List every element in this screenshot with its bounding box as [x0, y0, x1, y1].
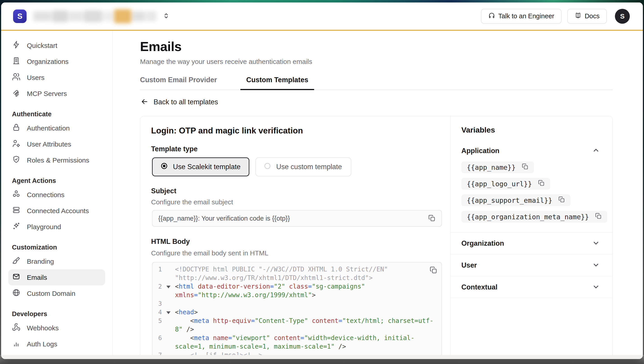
- app-window: S Talk to an Engineer Docs S QuickstartO…: [1, 3, 643, 359]
- fold-toggle-icon[interactable]: [162, 308, 175, 317]
- docs-button[interactable]: Docs: [567, 9, 607, 24]
- avatar-letter: S: [620, 13, 624, 20]
- code-line: 3: [154, 299, 442, 308]
- line-number: 3: [154, 299, 162, 308]
- template-editor-card: Login: OTP and magic link verification T…: [140, 116, 613, 359]
- variable-chip[interactable]: {{app_name}}: [461, 161, 534, 173]
- fold-toggle-icon[interactable]: [162, 282, 175, 291]
- copy-icon[interactable]: [538, 179, 545, 188]
- code-line: 8" />: [154, 325, 442, 334]
- globe-icon: [12, 288, 20, 298]
- code-line: 4<head>: [154, 308, 442, 317]
- sidebar-item-connected-accounts[interactable]: Connected Accounts: [8, 203, 105, 219]
- code-text: <html data-editor-version="2" class="sg-…: [175, 282, 365, 291]
- subject-value: {{app_name}}: Your verification code is …: [158, 215, 290, 222]
- line-number: 2: [154, 282, 162, 291]
- code-line: scale=1, minimum-scale=1, maximum-scale=…: [154, 342, 442, 351]
- user-avatar[interactable]: S: [615, 9, 630, 24]
- sidebar-section-developers: Developers: [8, 307, 105, 320]
- sidebar-item-branding[interactable]: Branding: [8, 253, 105, 269]
- sparkles-icon: [12, 222, 20, 232]
- tab-bar: Custom Email ProviderCustom Templates: [140, 76, 314, 90]
- copy-subject-button[interactable]: [428, 214, 436, 223]
- workspace-name-redacted[interactable]: [33, 9, 156, 23]
- bars-icon: [12, 339, 20, 349]
- variable-chip[interactable]: {{app_organization_meta_name}}: [461, 211, 607, 223]
- copy-icon[interactable]: [558, 196, 565, 205]
- html-body-code-editor[interactable]: 1<!DOCTYPE html PUBLIC "-//W3C//DTD XHTM…: [152, 262, 442, 359]
- sidebar-item-label: Roles & Permissions: [27, 156, 89, 164]
- copy-icon[interactable]: [522, 163, 528, 172]
- tab-custom-templates[interactable]: Custom Templates: [240, 76, 314, 90]
- sidebar-item-emails[interactable]: Emails: [8, 269, 105, 285]
- shield-check-icon: [12, 155, 20, 165]
- variables-group-application-label: Application: [461, 147, 500, 155]
- use-custom-template-option[interactable]: Use custom template: [256, 157, 351, 176]
- sidebar-item-label: Webhooks: [27, 324, 59, 332]
- subject-input[interactable]: {{app_name}}: Your verification code is …: [152, 210, 442, 227]
- code-text: "http://www.w3.org/TR/xhtml1/DTD/xhtml1-…: [175, 274, 373, 282]
- variable-chip-label: {{app_organization_meta_name}}: [467, 213, 589, 221]
- sidebar-item-label: MCP Servers: [27, 90, 67, 98]
- book-open-icon: [574, 12, 582, 21]
- sidebar-item-custom-domain[interactable]: Custom Domain: [8, 285, 105, 301]
- variables-group-contextual[interactable]: Contextual: [450, 276, 612, 298]
- html-body-hint: Configure the email body sent in HTML: [151, 249, 268, 257]
- line-number: 5: [154, 317, 162, 325]
- code-line: 2<html data-editor-version="2" class="sg…: [154, 282, 442, 291]
- code-line: 5 <meta http-equiv="Content-Type" conten…: [154, 317, 442, 325]
- mail-icon: [12, 272, 20, 282]
- stack-icon: [12, 206, 20, 216]
- line-number: [154, 325, 162, 334]
- back-to-templates-label: Back to all templates: [154, 98, 218, 106]
- sidebar-item-user-attributes[interactable]: User Attributes: [8, 136, 105, 152]
- sidebar-item-roles-permissions[interactable]: Roles & Permissions: [8, 152, 105, 168]
- code-text: <head>: [175, 308, 198, 317]
- workspace-switcher-icon[interactable]: [162, 12, 170, 21]
- webhook-icon: [12, 323, 20, 333]
- fold-gutter: [162, 342, 175, 351]
- sidebar-item-mcp-servers[interactable]: MCP Servers: [8, 86, 105, 102]
- user-gear-icon: [12, 139, 20, 149]
- sidebar-item-connections[interactable]: Connections: [8, 187, 105, 203]
- radio-unselected-icon: [264, 162, 271, 172]
- sidebar-item-webhooks[interactable]: Webhooks: [8, 320, 105, 336]
- radio-selected-icon: [160, 162, 168, 172]
- variable-chip[interactable]: {{app_logo_url}}: [461, 178, 550, 190]
- tab-custom-email-provider[interactable]: Custom Email Provider: [140, 76, 223, 90]
- sidebar-item-playground[interactable]: Playground: [8, 219, 105, 235]
- sidebar-item-organizations[interactable]: Organizations: [8, 54, 105, 70]
- fold-gutter: [162, 325, 175, 334]
- copy-code-button[interactable]: [429, 266, 438, 275]
- variables-panel: Variables Application {{app_name}}{{app_…: [450, 116, 612, 359]
- code-line: "http://www.w3.org/TR/xhtml1/DTD/xhtml1-…: [154, 274, 442, 282]
- sidebar-item-quickstart[interactable]: Quickstart: [8, 38, 105, 54]
- sidebar-item-label: Connected Accounts: [27, 207, 89, 215]
- code-text: scale=1, minimum-scale=1, maximum-scale=…: [175, 342, 346, 351]
- code-line: 1<!DOCTYPE html PUBLIC "-//W3C//DTD XHTM…: [154, 265, 442, 274]
- html-body-label: HTML Body: [151, 238, 190, 246]
- copy-icon[interactable]: [595, 213, 602, 221]
- code-text: 8" />: [175, 325, 194, 334]
- fold-gutter: [162, 334, 175, 342]
- variables-collapsed-groups: OrganizationUserContextual: [450, 232, 612, 298]
- variables-group-application[interactable]: Application: [461, 145, 600, 157]
- variables-group-user[interactable]: User: [450, 254, 612, 276]
- sidebar-item-auth-logs[interactable]: Auth Logs: [8, 336, 105, 352]
- variable-chip[interactable]: {{app_support_email}}: [461, 195, 570, 206]
- workspace-logo-letter: S: [17, 12, 22, 21]
- variables-group-organization[interactable]: Organization: [450, 232, 612, 254]
- fold-gutter: [162, 299, 175, 308]
- users-icon: [12, 73, 20, 83]
- use-scalekit-template-label: Use Scalekit template: [173, 163, 240, 171]
- code-text: <!DOCTYPE html PUBLIC "-//W3C//DTD XHTML…: [175, 265, 388, 274]
- main-content: Emails Manage the way your users receive…: [112, 31, 643, 358]
- arrow-left-icon: [140, 98, 148, 107]
- sidebar-item-label: Authentication: [27, 124, 70, 132]
- sidebar-item-label: Emails: [27, 274, 47, 281]
- sidebar-item-authentication[interactable]: Authentication: [8, 120, 105, 136]
- sidebar-item-users[interactable]: Users: [8, 70, 105, 86]
- use-scalekit-template-option[interactable]: Use Scalekit template: [152, 157, 250, 176]
- talk-to-engineer-button[interactable]: Talk to an Engineer: [481, 9, 562, 24]
- back-to-templates-link[interactable]: Back to all templates: [140, 98, 218, 107]
